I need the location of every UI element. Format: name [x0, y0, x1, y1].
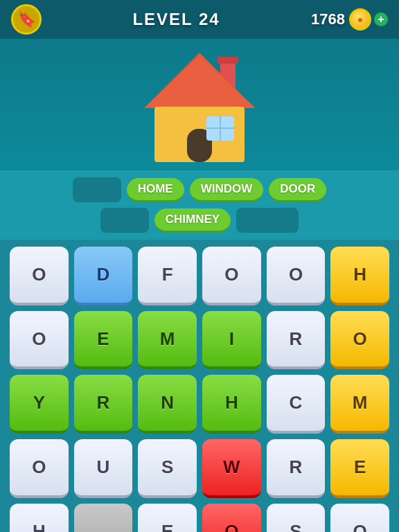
grid-cell-4-3[interactable]: O [202, 504, 261, 532]
grid-cell-2-3[interactable]: H [202, 375, 261, 434]
grid-cell-1-2[interactable]: M [138, 311, 197, 370]
word-home[interactable]: HOME [127, 178, 184, 202]
grid-cell-1-0[interactable]: O [10, 311, 69, 370]
grid-cell-0-1[interactable]: D [74, 247, 133, 305]
grid-cell-4-4[interactable]: S [267, 504, 326, 532]
house-image-area [0, 39, 399, 170]
grid-cell-3-3[interactable]: W [202, 439, 261, 498]
word-blank-1 [73, 177, 121, 202]
word-door[interactable]: DOOR [269, 178, 326, 202]
grid-cell-2-5[interactable]: M [330, 375, 389, 434]
grid-cell-3-2[interactable]: S [138, 439, 197, 498]
grid-cell-2-4[interactable]: C [267, 375, 326, 434]
grid-cell-4-1[interactable] [74, 504, 133, 532]
grid-cell-0-0[interactable]: O [10, 247, 69, 305]
word-chimney[interactable]: CHIMNEY [154, 209, 231, 233]
grid-cell-2-2[interactable]: N [138, 375, 197, 434]
coins-display: 1768 ● + [311, 8, 388, 30]
word-area: HOME WINDOW DOOR CHIMNEY [0, 170, 399, 240]
grid-cell-0-3[interactable]: O [202, 247, 261, 305]
word-window[interactable]: WINDOW [190, 178, 264, 202]
grid-cell-1-3[interactable]: I [202, 311, 261, 370]
word-row-2: CHIMNEY [100, 208, 299, 233]
coin-icon: ● [349, 8, 371, 30]
svg-marker-3 [144, 56, 255, 108]
grid-cell-4-2[interactable]: E [138, 504, 197, 532]
grid-cell-2-1[interactable]: R [74, 375, 133, 434]
house-svg [130, 39, 269, 170]
add-coins-button[interactable]: + [374, 12, 388, 26]
grid-cell-4-5[interactable]: O [330, 504, 389, 532]
svg-rect-1 [218, 57, 238, 64]
coins-count: 1768 [311, 10, 345, 28]
grid-cell-4-0[interactable]: H [10, 504, 69, 532]
letter-grid: ODFOOHOEMIROYRNHCMOUSWREHEOSOWINDMO [10, 247, 389, 532]
settings-icon: 🔖 [17, 10, 36, 28]
grid-cell-3-0[interactable]: O [10, 439, 69, 498]
grid-cell-0-2[interactable]: F [138, 247, 197, 305]
settings-button[interactable]: 🔖 [11, 4, 42, 35]
grid-cell-0-4[interactable]: O [267, 247, 326, 305]
grid-cell-1-5[interactable]: O [330, 311, 389, 370]
word-row-1: HOME WINDOW DOOR [73, 177, 327, 202]
grid-cell-1-4[interactable]: R [267, 311, 326, 370]
grid-area: ODFOOHOEMIROYRNHCMOUSWREHEOSOWINDMO [0, 240, 399, 532]
grid-cell-3-1[interactable]: U [74, 439, 133, 498]
grid-cell-1-1[interactable]: E [74, 311, 133, 370]
grid-cell-3-5[interactable]: E [330, 439, 389, 498]
word-blank-2 [100, 208, 149, 233]
level-label: LEVEL 24 [132, 10, 220, 29]
grid-cell-0-5[interactable]: H [330, 247, 389, 305]
top-bar: 🔖 LEVEL 24 1768 ● + [0, 0, 399, 39]
grid-cell-2-0[interactable]: Y [10, 375, 69, 434]
grid-cell-3-4[interactable]: R [267, 439, 326, 498]
word-blank-3 [236, 208, 299, 233]
